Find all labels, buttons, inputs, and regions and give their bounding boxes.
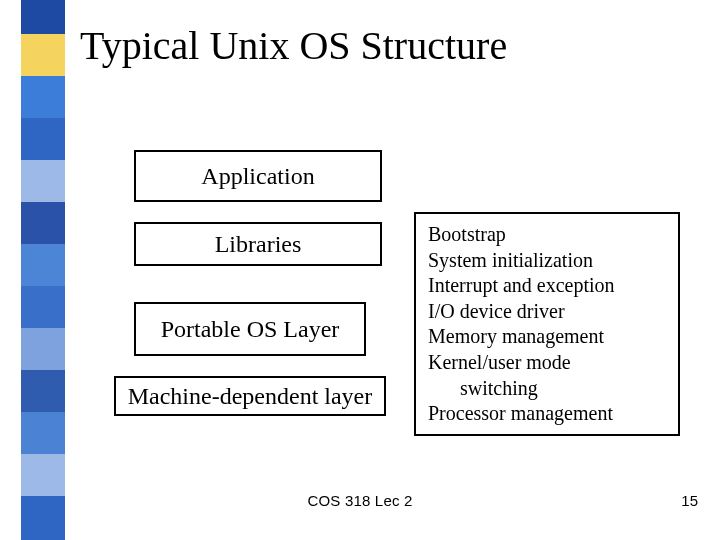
info-line-indent: switching <box>428 376 666 402</box>
layer-label: Portable OS Layer <box>161 316 340 343</box>
info-line: Kernel/user mode <box>428 350 666 376</box>
layer-label: Application <box>201 163 314 190</box>
sidebar-square <box>21 412 65 456</box>
info-line: Memory management <box>428 324 666 350</box>
footer-lecture-label: COS 318 Lec 2 <box>0 492 720 509</box>
info-line: System initialization <box>428 248 666 274</box>
sidebar-square <box>21 76 65 120</box>
sidebar-square <box>21 118 65 162</box>
info-line: I/O device driver <box>428 299 666 325</box>
sidebar-square <box>21 370 65 414</box>
slide-title: Typical Unix OS Structure <box>80 22 507 69</box>
sidebar-square <box>21 286 65 330</box>
layer-box-application: Application <box>134 150 382 202</box>
sidebar-square <box>21 0 65 36</box>
layer-box-machine-dependent: Machine-dependent layer <box>114 376 386 416</box>
layer-box-portable-os: Portable OS Layer <box>134 302 366 356</box>
info-line: Bootstrap <box>428 222 666 248</box>
sidebar-square <box>21 328 65 372</box>
footer-page-number: 15 <box>681 492 698 509</box>
sidebar-square <box>21 202 65 246</box>
layer-label: Libraries <box>215 231 302 258</box>
layer-label: Machine-dependent layer <box>128 383 373 410</box>
layer-box-libraries: Libraries <box>134 222 382 266</box>
info-box-machine-dependent-details: Bootstrap System initialization Interrup… <box>414 212 680 436</box>
info-line: Interrupt and exception <box>428 273 666 299</box>
sidebar-square <box>21 160 65 204</box>
decorative-sidebar <box>21 0 65 540</box>
sidebar-square <box>21 244 65 288</box>
info-line: Processor management <box>428 401 666 427</box>
sidebar-square <box>21 34 65 78</box>
